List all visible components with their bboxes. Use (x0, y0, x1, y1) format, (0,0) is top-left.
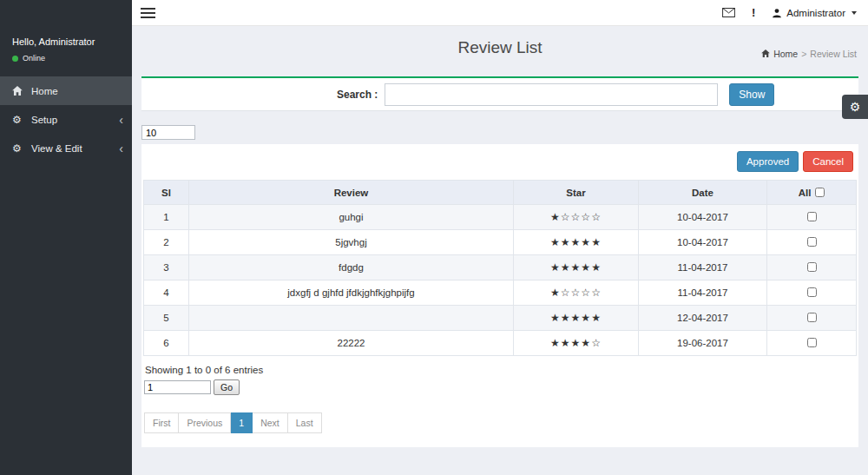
sidebar-item-label: Home (31, 86, 58, 96)
pagination-last[interactable]: Last (288, 412, 322, 433)
cell-sl: 3 (144, 255, 189, 280)
caret-down-icon (852, 11, 857, 15)
table-row: 5 ★★★★★ 12-04-2017 (144, 306, 857, 331)
user-panel: Hello, Administrator Online (0, 0, 132, 63)
sidebar: Hello, Administrator Online Home ⚙ Setup… (0, 0, 132, 475)
cell-review: 5jgvhgj (189, 230, 514, 255)
menu-toggle-icon[interactable] (141, 8, 155, 18)
show-button[interactable]: Show (729, 83, 774, 106)
gears-icon: ⚙ (12, 114, 27, 126)
sidebar-greeting: Hello, Administrator (12, 36, 120, 47)
sidebar-item-label: Setup (31, 115, 57, 125)
gears-icon: ⚙ (12, 142, 27, 155)
search-label: Search : (337, 89, 378, 101)
breadcrumb-home[interactable]: Home (773, 49, 798, 59)
table-header-row: Sl Review Star Date All (144, 181, 857, 205)
row-checkbox[interactable] (807, 338, 817, 347)
row-checkbox[interactable] (807, 212, 817, 221)
cell-date: 19-06-2017 (639, 331, 767, 356)
search-input[interactable] (385, 83, 718, 106)
person-icon (772, 8, 782, 18)
review-panel: Approved Cancel Sl Review Star Date All (141, 144, 858, 447)
row-checkbox[interactable] (807, 287, 817, 297)
col-all-label: All (799, 188, 812, 198)
content-header: Review List Home > Review List (141, 26, 858, 76)
chevron-left-icon: ‹ (119, 142, 123, 155)
user-label: Administrator (786, 8, 845, 18)
cell-date: 10-04-2017 (639, 230, 767, 255)
cell-select (767, 205, 857, 230)
sidebar-item-home[interactable]: Home (0, 76, 132, 105)
panel-actions: Approved Cancel (143, 149, 857, 180)
cell-sl: 5 (144, 306, 189, 331)
table-row: 1 guhgi ★☆☆☆☆ 10-04-2017 (144, 205, 857, 230)
page-size-input[interactable] (141, 125, 195, 140)
cell-sl: 4 (144, 280, 189, 306)
navbar-right: ! Administrator (722, 6, 868, 19)
cell-select (767, 306, 857, 331)
cell-review: fdgdg (189, 255, 514, 280)
sidebar-item-view-edit[interactable]: ⚙ View & Edit ‹ (0, 134, 132, 162)
showing-entries-text: Showing 1 to 0 of 6 entries (145, 365, 857, 375)
sidebar-menu: Home ⚙ Setup ‹ ⚙ View & Edit ‹ (0, 76, 132, 162)
cell-sl: 2 (144, 230, 189, 255)
cell-select (767, 255, 857, 280)
online-status-dot-icon (12, 56, 18, 62)
home-icon (12, 86, 27, 96)
table-row: 6 22222 ★★★★☆ 19-06-2017 (144, 331, 857, 356)
envelope-icon[interactable] (722, 8, 735, 17)
cell-review (189, 306, 514, 331)
col-date: Date (639, 181, 767, 205)
cell-select (767, 331, 857, 356)
cell-select (767, 230, 857, 255)
table-row: 3 fdgdg ★★★★★ 11-04-2017 (144, 255, 857, 280)
cell-date: 11-04-2017 (639, 280, 767, 306)
row-checkbox[interactable] (807, 262, 817, 272)
cell-date: 11-04-2017 (639, 255, 767, 280)
cell-review: guhgi (189, 205, 514, 230)
status-row: Online (12, 54, 120, 63)
sidebar-item-setup[interactable]: ⚙ Setup ‹ (0, 105, 132, 134)
breadcrumb-current: Review List (810, 49, 857, 59)
pagination-previous[interactable]: Previous (179, 412, 231, 433)
pagination-first[interactable]: First (144, 412, 179, 433)
user-menu[interactable]: Administrator (772, 8, 857, 18)
goto-page-input[interactable] (144, 380, 211, 394)
pagination: First Previous 1 Next Last (144, 412, 857, 433)
settings-gear-button[interactable]: ⚙ (842, 95, 868, 119)
cell-date: 10-04-2017 (639, 205, 767, 230)
table-row: 2 5jgvhgj ★★★★★ 10-04-2017 (144, 230, 857, 255)
cell-date: 12-04-2017 (639, 306, 767, 331)
top-navbar: ! Administrator (132, 0, 868, 26)
cell-star: ★☆☆☆☆ (514, 205, 639, 230)
main-content: Review List Home > Review List Search : … (132, 26, 868, 475)
approved-button[interactable]: Approved (737, 151, 799, 172)
cell-review: jdxgfj d gjhfd jfdkjghfkjghpijfg (189, 280, 514, 306)
col-review: Review (189, 181, 514, 205)
row-checkbox[interactable] (807, 313, 817, 322)
cell-star: ★☆☆☆☆ (514, 280, 639, 306)
cell-star: ★★★★☆ (514, 331, 639, 356)
pagination-page-1[interactable]: 1 (231, 412, 253, 433)
cell-star: ★★★★★ (514, 306, 639, 331)
table-row: 4 jdxgfj d gjhfd jfdkjghfkjghpijfg ★☆☆☆☆… (144, 280, 857, 306)
breadcrumb: Home > Review List (761, 49, 857, 59)
review-table: Sl Review Star Date All 1 guhgi (143, 180, 857, 356)
sidebar-item-label: View & Edit (31, 143, 82, 154)
cancel-button[interactable]: Cancel (803, 151, 853, 172)
chevron-left-icon: ‹ (119, 114, 123, 126)
page-title: Review List (141, 26, 858, 57)
cell-sl: 1 (144, 205, 189, 230)
cell-star: ★★★★★ (514, 255, 639, 280)
go-button[interactable]: Go (214, 379, 240, 395)
breadcrumb-home-icon (761, 49, 770, 59)
select-all-checkbox[interactable] (815, 188, 825, 197)
cell-star: ★★★★★ (514, 230, 639, 255)
alert-icon[interactable]: ! (752, 6, 755, 19)
online-status-label: Online (23, 54, 45, 63)
cell-select (767, 280, 857, 306)
pagination-next[interactable]: Next (253, 412, 288, 433)
cell-sl: 6 (144, 331, 189, 356)
row-checkbox[interactable] (807, 237, 817, 247)
breadcrumb-separator: > (801, 49, 806, 59)
